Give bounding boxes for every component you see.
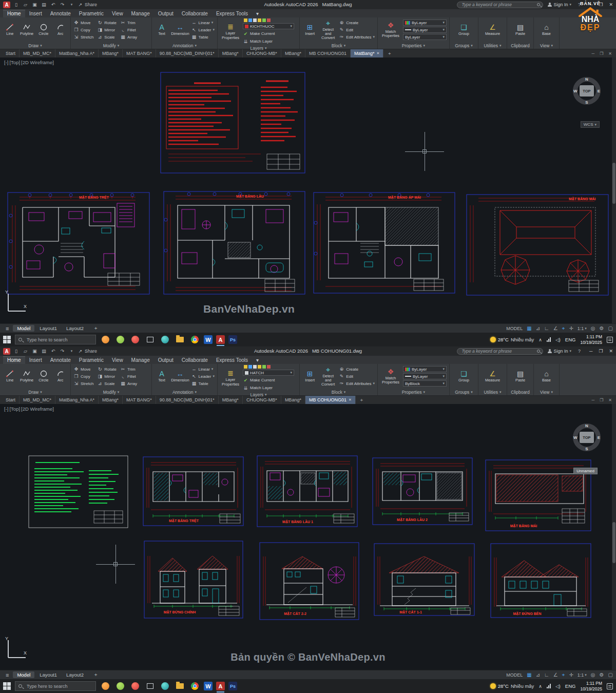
lineweight-select[interactable]: ByLayer▾: [403, 27, 447, 33]
open-file-icon[interactable]: ▱: [22, 2, 29, 7]
ribbon-tab[interactable]: Collaborate: [178, 356, 212, 364]
pinned-app-icon-1[interactable]: [100, 334, 111, 345]
file-tab[interactable]: MBang*✕: [281, 49, 305, 57]
view-cube-top-button[interactable]: TOP: [580, 85, 594, 97]
object-color-select[interactable]: ByLayer▾: [403, 366, 447, 372]
floor-plan-ground[interactable]: MẶT BẰNG TRỆT: [7, 192, 150, 295]
file-tab[interactable]: MB COHUONG01✕: [305, 49, 351, 57]
ribbon-tab[interactable]: Home: [3, 10, 25, 17]
layout-tab[interactable]: Layout1: [35, 325, 61, 332]
view-cube[interactable]: N E S W TOP: [573, 424, 601, 451]
file-tab[interactable]: MB_MD_MC*✕: [20, 396, 55, 404]
chrome-icon[interactable]: [189, 334, 200, 345]
panel-label-properties[interactable]: Properties▾: [378, 42, 449, 49]
linear-button[interactable]: ↔Linear▾: [191, 20, 215, 26]
panel-label-utilities[interactable]: Utilities▾: [478, 389, 507, 395]
viewport-view-control[interactable]: [Top]: [9, 406, 20, 412]
panel-label-groups[interactable]: Groups▾: [450, 389, 478, 395]
save-icon[interactable]: ▣: [31, 2, 38, 7]
object-color-select[interactable]: ByLayer▾: [403, 20, 447, 26]
panel-label-annotation[interactable]: Annotation▾: [152, 42, 217, 49]
file-tab[interactable]: MBang*✕: [99, 49, 123, 57]
roof-plan[interactable]: MẶT BẰNG MÁI: [466, 194, 609, 296]
viewport-view-control[interactable]: [Top]: [9, 60, 20, 65]
ribbon-tab[interactable]: Output: [154, 10, 178, 17]
viewport-minimize-icon[interactable]: ─: [591, 398, 594, 402]
osnap-icon[interactable]: ⌖: [562, 325, 565, 332]
file-explorer-icon[interactable]: [174, 334, 185, 345]
open-file-icon[interactable]: ▱: [22, 349, 29, 354]
linear-button[interactable]: ↔Linear▾: [191, 366, 215, 373]
array-button[interactable]: ▦Array: [120, 380, 137, 387]
ribbon-tab[interactable]: Insert: [25, 10, 46, 17]
browser-icon[interactable]: [159, 681, 170, 692]
vertical-scrollbar[interactable]: [612, 404, 616, 670]
ribbon-display-dropdown-icon[interactable]: ▾: [252, 10, 263, 17]
section-2-2[interactable]: MẶT CẮT 2-2: [259, 542, 359, 620]
file-tab[interactable]: CHUONG-MB*✕: [243, 396, 281, 404]
stretch-button[interactable]: ⇲Stretch: [73, 34, 93, 41]
crosshair-toggle-icon[interactable]: ✛: [569, 672, 573, 678]
notification-center-icon[interactable]: [607, 683, 613, 689]
snap-icon[interactable]: ⊿: [536, 325, 540, 331]
text-button[interactable]: AText: [155, 24, 169, 36]
create-block-button[interactable]: ⊕Create: [339, 366, 375, 373]
new-file-icon[interactable]: ▯: [13, 2, 20, 7]
panel-label-view[interactable]: View▾: [534, 42, 559, 49]
view-cube-top-button[interactable]: TOP: [580, 432, 594, 443]
ribbon-tab[interactable]: Manage: [127, 356, 154, 364]
wcs-selector[interactable]: WCS▾: [581, 121, 600, 128]
edit-block-button[interactable]: ✎Edit: [339, 373, 375, 380]
crosshair-toggle-icon[interactable]: ✛: [569, 325, 573, 331]
move-button[interactable]: ✥Move: [73, 20, 93, 26]
start-button[interactable]: [3, 682, 11, 690]
panel-label-block[interactable]: Block▾: [300, 42, 377, 49]
word-icon[interactable]: W: [204, 335, 213, 344]
file-explorer-icon[interactable]: [174, 681, 185, 692]
layout-tab[interactable]: Layout2: [62, 325, 88, 332]
file-tab[interactable]: MBang*✕: [281, 396, 305, 404]
match-properties-button[interactable]: ❖Match Properties: [380, 368, 401, 385]
share-button[interactable]: ↗Share: [78, 349, 97, 354]
undo-icon[interactable]: ↶: [50, 349, 56, 354]
tray-expand-icon[interactable]: ∧: [538, 337, 542, 342]
view-cube[interactable]: N E S W TOP: [573, 77, 601, 105]
group-button[interactable]: ❏Group: [454, 24, 474, 36]
file-tab[interactable]: Start✕: [2, 49, 20, 57]
scrollbar-thumb[interactable]: [612, 163, 615, 204]
ortho-icon[interactable]: ∟: [544, 325, 549, 331]
grid-icon[interactable]: ▦: [527, 672, 531, 678]
language-indicator[interactable]: ENG: [565, 683, 576, 689]
file-tab[interactable]: MB_MD_MC*✕: [20, 49, 55, 57]
file-tab[interactable]: 90.88_NDC(MB_DINH)01*✕: [156, 49, 219, 57]
make-current-button[interactable]: ✔Make Current: [243, 377, 297, 383]
photoshop-icon[interactable]: Ps: [228, 682, 237, 690]
edit-block-button[interactable]: ✎Edit: [339, 27, 375, 33]
layout-tab[interactable]: Model: [13, 325, 34, 332]
ribbon-tab[interactable]: Parametric: [75, 356, 108, 364]
match-properties-button[interactable]: ❖Match Properties: [380, 22, 401, 38]
volume-icon[interactable]: ◁): [555, 337, 561, 342]
volume-icon[interactable]: ◁): [555, 684, 561, 689]
panel-label-modify[interactable]: Modify▾: [71, 42, 151, 49]
arc-button[interactable]: Arc: [53, 23, 68, 36]
notification-center-icon[interactable]: [607, 337, 613, 343]
layer-select[interactable]: KICHTHUOC▾: [243, 23, 294, 29]
trim-button[interactable]: ✂Trim: [120, 20, 137, 26]
floor-plan-upper[interactable]: MẶT BẰNG LẦU: [163, 191, 305, 295]
gear-icon[interactable]: ⚙: [600, 672, 604, 678]
start-button[interactable]: [3, 336, 11, 344]
leader-button[interactable]: ↖Leader▾: [191, 373, 215, 380]
layout-menu-icon[interactable]: ≡: [3, 325, 11, 332]
autocad-app-icon[interactable]: A: [3, 348, 10, 355]
dimension-button[interactable]: ↔Dimension: [171, 370, 189, 382]
layer-select[interactable]: HATCH▾: [243, 370, 294, 376]
taskbar-search-input[interactable]: [15, 335, 96, 344]
isolate-icon[interactable]: ◎: [591, 672, 595, 678]
match-layer-button[interactable]: ⇊Match Layer: [243, 384, 297, 391]
photoshop-icon[interactable]: Ps: [228, 335, 237, 344]
ribbon-tab[interactable]: Annotate: [46, 10, 75, 17]
file-tab[interactable]: MatBang*✕: [351, 49, 383, 57]
panel-label-properties[interactable]: Properties▾: [378, 389, 449, 395]
gear-icon[interactable]: ⚙: [600, 325, 604, 331]
